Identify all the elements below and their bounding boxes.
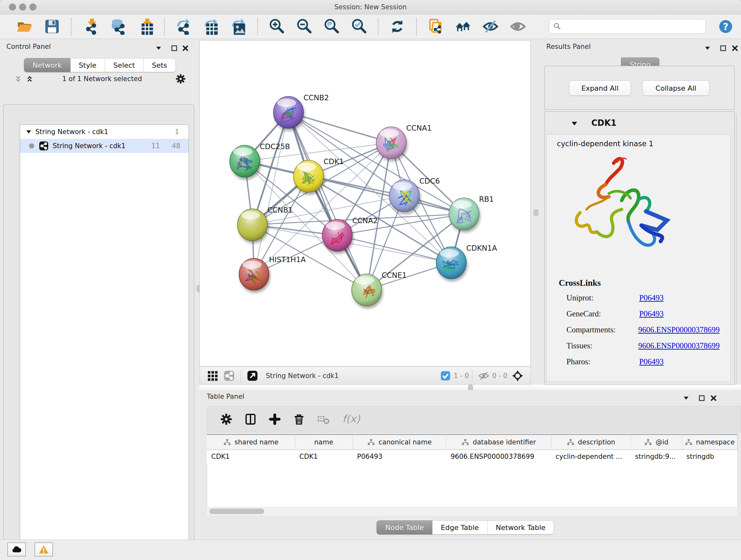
panel-menu-icon[interactable]: [681, 393, 691, 403]
tab-select[interactable]: Select: [105, 58, 144, 72]
export-network-button[interactable]: [174, 17, 193, 36]
tab-node-table[interactable]: Node Table: [377, 520, 432, 535]
network-share-icon[interactable]: [223, 370, 235, 381]
delete-column-icon[interactable]: [293, 413, 306, 426]
column-header-id[interactable]: @id: [630, 435, 682, 450]
table-cell[interactable]: stringdb: [682, 450, 737, 463]
table-options-gear-icon[interactable]: [220, 413, 232, 426]
panel-close-icon[interactable]: [709, 393, 718, 403]
zoom-in-button[interactable]: [267, 17, 286, 36]
fit-content-button[interactable]: [322, 17, 341, 36]
network-edge[interactable]: [288, 112, 391, 143]
network-edge[interactable]: [309, 176, 464, 214]
search-input[interactable]: [564, 22, 702, 30]
column-header-canonical-name[interactable]: canonical name: [353, 435, 446, 450]
node-label: CDKN1A: [466, 244, 497, 252]
selected-checkbox-icon[interactable]: [440, 370, 451, 381]
collapse-all-button[interactable]: Collapse All: [643, 80, 710, 96]
panel-float-icon[interactable]: [697, 393, 706, 403]
network-node-ccnb2[interactable]: CCNB2: [273, 94, 329, 128]
network-options-gear-icon[interactable]: [175, 73, 186, 84]
birdseye-grid-icon[interactable]: [207, 370, 218, 381]
panel-menu-icon[interactable]: [154, 44, 163, 53]
import-network-from-database-button[interactable]: [108, 17, 127, 36]
collection-expander-icon[interactable]: [24, 128, 33, 136]
crosslink-value-link[interactable]: P06493: [639, 294, 664, 302]
crosslink-value-link[interactable]: 9606.ENSP00000378699: [638, 341, 720, 350]
column-header-database-identifier[interactable]: database identifier: [446, 435, 551, 450]
delete-table-icon[interactable]: [317, 413, 330, 426]
function-builder-icon[interactable]: f(x): [341, 413, 362, 426]
table-cell[interactable]: CDK1: [207, 450, 295, 463]
network-node-cdc25b[interactable]: CDC25B: [230, 142, 290, 177]
export-table-button[interactable]: [201, 17, 220, 36]
table-cell[interactable]: 9606.ENSP00000378699: [446, 450, 551, 463]
tab-edge-table[interactable]: Edge Table: [432, 520, 487, 535]
network-collection-row[interactable]: String Network - cdk1 1: [20, 125, 189, 139]
network-node-cdkn1a[interactable]: CDKN1A: [436, 244, 497, 279]
table-horizontal-scrollbar[interactable]: [207, 507, 737, 516]
scrollbar-thumb[interactable]: [209, 509, 264, 514]
expand-all-button[interactable]: Expand All: [569, 80, 631, 96]
collapse-all-networks-icon[interactable]: [13, 74, 23, 84]
right-splitter-handle[interactable]: [534, 209, 538, 216]
tab-sets[interactable]: Sets: [144, 58, 176, 72]
cloud-status-button[interactable]: [7, 543, 26, 557]
table-row[interactable]: CDK1CDK1P064939606.ENSP00000378699cyclin…: [207, 450, 737, 463]
search-box[interactable]: [549, 19, 706, 34]
help-button[interactable]: ?: [718, 19, 733, 34]
new-network-from-selection-button[interactable]: [426, 17, 445, 36]
apply-layout-button[interactable]: [388, 17, 407, 36]
panel-close-icon[interactable]: [181, 44, 190, 53]
show-columns-icon[interactable]: [244, 413, 257, 426]
hidden-eye-icon[interactable]: [478, 370, 489, 381]
network-edge[interactable]: [337, 235, 451, 263]
window-title: Session: New Session: [0, 3, 741, 11]
entry-collapse-icon[interactable]: [569, 119, 579, 128]
crosslink-value-link[interactable]: 9606.ENSP00000378699: [638, 325, 720, 334]
open-session-button[interactable]: [15, 17, 34, 36]
network-canvas[interactable]: CCNB2 CCNA1 CDC25B CDK1 CDC6 RB1 CCNB1 C…: [199, 40, 531, 367]
show-all-button[interactable]: [509, 17, 528, 36]
column-header-name[interactable]: name: [295, 435, 353, 450]
crosslink-value-link[interactable]: P06493: [639, 309, 664, 318]
network-node-ccna1[interactable]: CCNA1: [376, 124, 432, 159]
network-row[interactable]: String Network - cdk1 11 48: [20, 139, 189, 153]
table-cell[interactable]: stringdb:9...: [630, 450, 682, 463]
warnings-button[interactable]: [35, 543, 53, 557]
import-network-from-file-button[interactable]: [81, 17, 100, 36]
column-header-shared-name[interactable]: shared name: [207, 435, 295, 450]
panel-close-icon[interactable]: [730, 44, 740, 53]
network-node-ccne1[interactable]: CCNE1: [352, 271, 407, 306]
table-cell[interactable]: CDK1: [295, 450, 353, 463]
panel-float-icon[interactable]: [718, 44, 728, 53]
network-node-rb1[interactable]: RB1: [449, 195, 494, 230]
create-column-icon[interactable]: [268, 413, 281, 426]
crosslink-value-link[interactable]: P06493: [639, 357, 664, 366]
table-cell[interactable]: P06493: [353, 450, 446, 463]
import-table-from-file-button[interactable]: [136, 17, 155, 36]
save-session-button[interactable]: [43, 17, 62, 36]
first-neighbors-button[interactable]: [454, 17, 473, 36]
tab-style[interactable]: Style: [71, 58, 105, 72]
table-cell[interactable]: cyclin-dependent ...: [551, 450, 630, 463]
crosshair-icon[interactable]: [512, 370, 523, 381]
export-image-button[interactable]: [229, 17, 248, 36]
node-label: HIST1H1A: [269, 255, 306, 264]
hide-selection-button[interactable]: [481, 17, 500, 36]
zoom-out-button[interactable]: [294, 17, 314, 36]
tab-network-table[interactable]: Network Table: [488, 520, 554, 535]
expand-all-networks-icon[interactable]: [25, 74, 35, 84]
zoom-selected-button[interactable]: [349, 17, 368, 36]
network-node-hist1h1a[interactable]: HIST1H1A: [239, 255, 306, 290]
panel-float-icon[interactable]: [170, 44, 179, 53]
tab-network[interactable]: Network: [24, 58, 71, 72]
network-edge[interactable]: [254, 112, 288, 274]
open-in-window-icon[interactable]: [247, 370, 258, 381]
column-header-namespace[interactable]: namespace: [682, 435, 737, 450]
panel-menu-icon[interactable]: [703, 44, 712, 53]
column-header-description[interactable]: description: [551, 435, 630, 450]
network-node-ccna2[interactable]: CCNA2: [322, 216, 378, 251]
results-scrollbar-track[interactable]: [736, 113, 737, 383]
node-table[interactable]: shared namenamecanonical namedatabase id…: [207, 434, 738, 463]
